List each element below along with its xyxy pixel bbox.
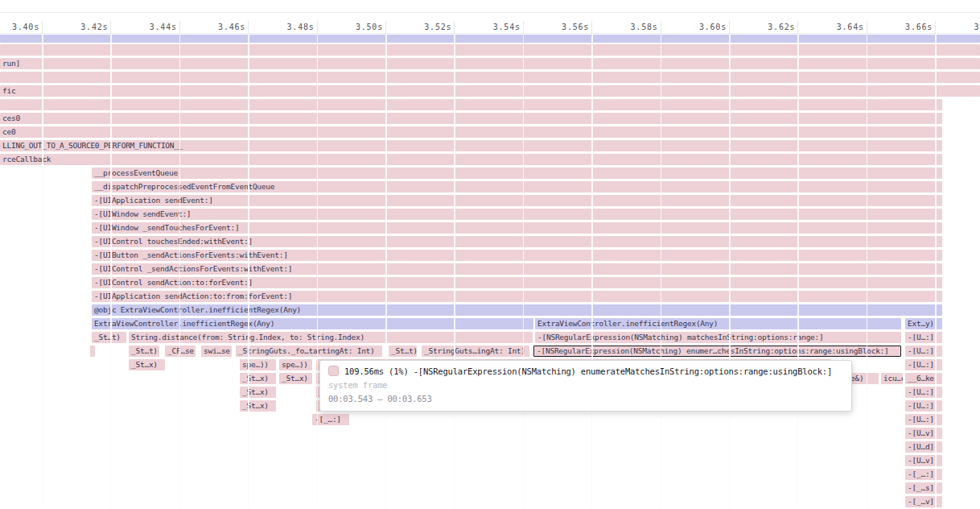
time-ruler-label: 3.42s (60, 23, 108, 31)
flame-bar[interactable]: _StringGuts…ingAt: Int) (422, 346, 529, 357)
flame-bar[interactable]: ces0 (0, 113, 942, 124)
flame-bar[interactable]: -[U…:] (905, 400, 942, 412)
gridline-highlight (454, 35, 455, 509)
flame-bar[interactable]: -[U…v] (905, 455, 942, 466)
gridline-highlight (110, 35, 112, 509)
frame-tooltip: 109.56ms (1%) -[NSRegularExpression(NSMa… (319, 360, 852, 412)
gridline-highlight (729, 35, 731, 509)
flame-bar[interactable]: -[U…d] (905, 441, 942, 453)
flame-bar[interactable]: spe…)) (240, 359, 276, 370)
flame-bar[interactable]: _St…t) (92, 332, 126, 343)
flame-bar[interactable]: -[UIApplication sendEvent:] (92, 195, 942, 206)
flame-bar[interactable]: -[U…:] (905, 414, 942, 425)
flame-bar[interactable] (0, 44, 980, 56)
time-ruler-label: 3.48s (266, 23, 315, 31)
flame-bar[interactable]: __processEventQueue (92, 168, 942, 179)
tooltip-duration: 109.56ms (344, 366, 384, 376)
time-ruler-label: 3.68s (953, 23, 980, 31)
flame-bar[interactable]: _St…t) (389, 346, 417, 357)
flame-bar[interactable]: __6…ke (905, 373, 942, 384)
flame-bar[interactable]: String.distance(from: String.Index, to: … (129, 332, 533, 343)
gridline-highlight (797, 35, 799, 509)
time-ruler-label: 3.66s (884, 23, 933, 31)
flame-bar[interactable]: _St…x) (279, 373, 312, 384)
time-ruler-label: 3.64s (816, 23, 864, 31)
flame-bar[interactable] (0, 35, 980, 43)
flame-bar[interactable]: _St…x) (240, 400, 276, 412)
time-ruler-label: 3.54s (472, 23, 521, 31)
tooltip-title-line: 109.56ms (1%) -[NSRegularExpression(NSMa… (328, 366, 843, 376)
flame-bar[interactable]: -[NSRegularExpression(NSMatching) matche… (535, 332, 901, 343)
gridline-highlight (179, 35, 181, 509)
flame-bar[interactable]: _StringGuts._fo…tartingAt: Int) (236, 346, 382, 357)
tooltip-symbol: -[NSRegularExpression(NSMatching) enumer… (414, 366, 832, 376)
gridline-highlight (248, 35, 249, 509)
flame-bar-selected[interactable]: -[NSRegularExpression(NSMatching) enumer… (533, 346, 901, 357)
flame-bar[interactable]: -[_…:] (905, 469, 942, 480)
flame-bar[interactable]: swi…se (201, 346, 232, 357)
flame-bar[interactable]: -[_…s] (905, 482, 942, 494)
flame-bar[interactable]: rceCallback (0, 154, 942, 165)
gridline-highlight (317, 35, 319, 509)
gridline-highlight (42, 35, 43, 509)
time-ruler-label: 3.50s (335, 23, 383, 31)
time-ruler-label: 3.56s (541, 23, 589, 31)
tooltip-time-range: 00:03.543 — 00:03.653 (328, 394, 843, 403)
flame-bar[interactable]: -[_…v] (905, 496, 942, 507)
flame-bar[interactable]: ExtraViewController.inefficientRegex(Any… (535, 318, 901, 329)
flame-bar[interactable]: ExtraViewController.inefficientRegex(Any… (92, 318, 533, 329)
flame-bar[interactable] (0, 72, 980, 83)
tooltip-percent: (1%) (389, 366, 409, 376)
time-ruler-label: 3.58s (610, 23, 658, 31)
time-ruler-label: 3.46s (197, 23, 245, 31)
flame-bar[interactable] (90, 346, 95, 357)
flame-bar[interactable]: ce0 (0, 126, 942, 138)
flame-bar[interactable]: -[UIControl sendAction:to:forEvent:] (92, 277, 942, 288)
gridline-highlight (661, 35, 662, 509)
flame-bar[interactable]: -[U…:] (905, 346, 942, 357)
flame-bar[interactable]: -[U…:] (905, 359, 942, 370)
flame-bar[interactable]: -[UIApplication sendAction:to:from:forEv… (92, 291, 942, 302)
flame-bar[interactable]: run] (0, 58, 980, 69)
ruler-divider (0, 33, 980, 34)
flame-bar[interactable]: _St…x) (129, 359, 165, 370)
time-ruler-label: 3.52s (403, 23, 451, 31)
flame-bar[interactable]: Ext…y) (905, 318, 942, 329)
flame-graph-canvas: 3.40s3.42s3.44s3.46s3.48s3.50s3.52s3.54s… (0, 0, 980, 509)
gridline-highlight (591, 35, 593, 509)
flame-bar[interactable]: @objc ExtraViewController.inefficientReg… (92, 304, 942, 316)
gridline-highlight (523, 35, 525, 509)
flame-bar[interactable]: -[UIButton _sendActionsForEvents:withEve… (92, 250, 942, 261)
gridline-highlight (867, 35, 868, 509)
flame-bar[interactable]: -[UIControl touchesEnded:withEvent:] (92, 236, 942, 247)
time-ruler-label: 3.62s (747, 23, 795, 31)
time-ruler-label: 3.40s (0, 23, 39, 31)
gridline-highlight (385, 35, 387, 509)
flame-bar[interactable]: icu…e&) (881, 373, 903, 384)
frame-color-swatch-icon (328, 366, 339, 376)
flame-bar[interactable]: _St…t) (129, 346, 159, 357)
flame-bar[interactable]: -[U…:] (905, 332, 942, 343)
flame-bar[interactable]: -[UIWindow _sendTouchesForEvent:] (92, 222, 942, 234)
flame-bar[interactable]: LLING_OUT_TO_A_SOURCE0_PERFORM_FUNCTION_… (0, 140, 942, 151)
time-ruler-label: 3.60s (678, 23, 727, 31)
flame-bar[interactable]: -[U…v] (905, 428, 942, 439)
flame-bar[interactable]: -[U…:] (905, 387, 942, 398)
flame-bar[interactable]: _St…x) (240, 387, 276, 398)
flame-bar[interactable] (0, 99, 942, 110)
flame-bar[interactable]: _St…x) (240, 373, 276, 384)
flame-bar[interactable]: __dispatchPreprocessedEventFromEventQueu… (92, 181, 942, 192)
tooltip-frame-kind: system frame (328, 380, 843, 390)
flame-bar[interactable]: fic (0, 85, 980, 97)
flame-bar[interactable]: -[UIWindow sendEvent:] (92, 209, 942, 220)
time-ruler-label: 3.44s (129, 23, 177, 31)
flame-bar[interactable]: -[UIControl _sendActionsForEvents:withEv… (92, 263, 942, 275)
flame-bar[interactable]: spe…)) (279, 359, 312, 370)
window-divider (0, 12, 980, 13)
gridline-highlight (935, 35, 937, 509)
